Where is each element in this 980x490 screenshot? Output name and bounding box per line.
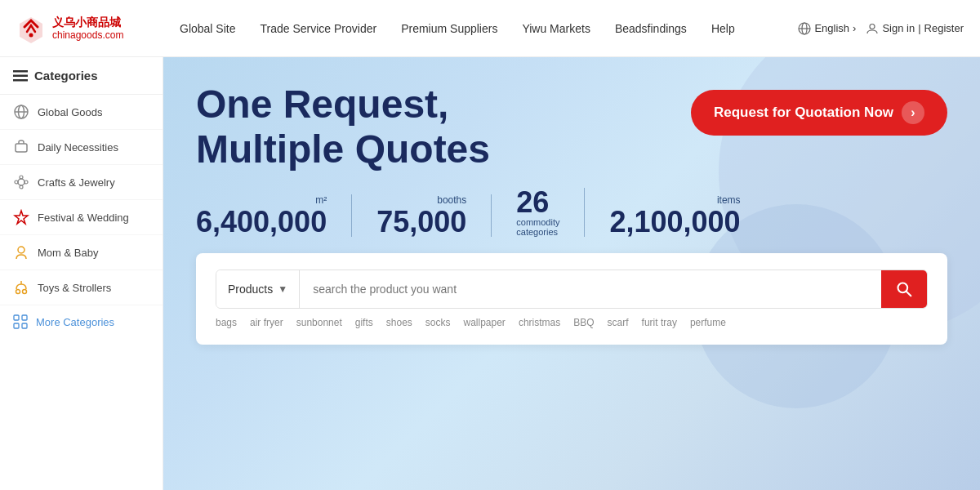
logo-text: 义乌小商品城 chinagoods.com [52,16,123,41]
main-nav: Global Site Trade Service Provider Premi… [180,22,798,35]
tag-sunbonnet[interactable]: sunbonnet [296,317,342,328]
search-icon [896,281,912,297]
stat-unit-items: items [717,194,741,206]
stat-value-categories: 26 [516,188,549,217]
logo-chinese: 义乌小商品城 [52,16,123,29]
hero-section: Request for Quotation Now › One Request,… [163,57,980,490]
crafts-cat-icon [13,174,29,190]
stats-row: m² 6,400,000 booths 75,000 26 commodityc… [196,188,947,237]
sidebar-label-toys-strollers: Toys & Strollers [38,282,111,294]
tag-shoes[interactable]: shoes [386,317,412,328]
sidebar-item-global-goods[interactable]: Global Goods [0,95,163,130]
stat-items: items 2,100,000 [609,194,764,237]
sidebar-label-festival-wedding: Festival & Wedding [38,212,129,224]
stat-area: m² 6,400,000 [196,194,352,237]
sidebar: Categories Global Goods Daily Necessitie… [0,57,163,490]
chevron-down-icon: ▼ [278,283,287,295]
sidebar-item-crafts-jewelry[interactable]: Crafts & Jewelry [0,165,163,200]
svg-rect-6 [13,70,28,73]
svg-point-21 [23,290,27,294]
rfq-button-label: Request for Quotation Now [714,105,893,121]
tag-bbq[interactable]: BBQ [573,317,594,328]
search-type-selector[interactable]: Products ▼ [216,270,300,308]
tag-perfume[interactable]: perfume [690,317,726,328]
language-label: English [814,22,849,34]
register-link[interactable]: Register [924,22,964,34]
menu-icon [13,70,28,82]
divider: | [918,22,920,34]
svg-rect-24 [22,315,27,320]
logo-icon [16,14,46,43]
sidebar-title: Categories [0,57,163,95]
sidebar-item-festival-wedding[interactable]: Festival & Wedding [0,200,163,235]
tag-wallpaper[interactable]: wallpaper [464,317,506,328]
main-content: Categories Global Goods Daily Necessitie… [0,57,980,490]
svg-rect-7 [13,74,28,77]
nav-trade-service[interactable]: Trade Service Provider [260,22,376,35]
svg-rect-25 [14,323,19,328]
sidebar-item-mom-baby[interactable]: Mom & Baby [0,235,163,270]
tag-furit-tray[interactable]: furit tray [642,317,677,328]
rfq-button[interactable]: Request for Quotation Now › [691,90,947,136]
svg-rect-23 [14,315,19,320]
svg-point-20 [16,290,20,294]
stat-value-items: 2,100,000 [609,207,740,237]
stat-unit-area: m² [315,194,327,206]
rfq-arrow-icon: › [902,101,924,124]
svg-line-28 [906,292,911,296]
sidebar-item-toys-strollers[interactable]: Toys & Strollers [0,270,163,305]
language-selector[interactable]: English › [798,22,856,35]
tag-bags[interactable]: bags [216,317,237,328]
logo-domain: chinagoods.com [52,29,123,41]
festival-cat-icon [13,209,29,225]
stat-value-booths: 75,000 [376,207,466,237]
logo[interactable]: 义乌小商品城 chinagoods.com [16,14,155,43]
tag-gifts[interactable]: gifts [355,317,373,328]
search-type-label: Products [228,283,273,296]
nav-yiwu-markets[interactable]: Yiwu Markets [522,22,590,35]
svg-point-13 [18,179,24,185]
globe-cat-icon [13,104,29,120]
user-icon [866,22,879,35]
sidebar-label-global-goods: Global Goods [38,106,103,118]
svg-point-1 [29,33,33,37]
daily-cat-icon [13,139,29,155]
nav-help[interactable]: Help [711,22,735,35]
sidebar-label-mom-baby: Mom & Baby [38,247,98,259]
svg-point-19 [18,247,24,253]
sign-in-area: Sign in | Register [866,22,964,35]
chevron-down-icon: › [853,22,856,34]
sidebar-label-crafts-jewelry: Crafts & Jewelry [38,176,115,189]
svg-rect-26 [22,323,27,328]
tag-air-fryer[interactable]: air fryer [250,317,283,328]
stat-unit-booths: booths [437,194,466,206]
sidebar-item-daily-necessities[interactable]: Daily Necessities [0,130,163,165]
header-right: English › Sign in | Register [798,22,964,35]
stat-label-categories: commoditycategories [516,217,559,237]
search-input[interactable] [300,270,881,308]
more-categories[interactable]: More Categories [0,305,163,338]
tag-socks[interactable]: socks [425,317,451,328]
nav-premium-suppliers[interactable]: Premium Suppliers [401,22,497,35]
tag-scarf[interactable]: scarf [608,317,629,328]
stat-booths: booths 75,000 [376,194,492,237]
nav-global-site[interactable]: Global Site [180,22,235,35]
sidebar-label-daily-necessities: Daily Necessities [38,141,118,154]
search-button[interactable] [881,270,927,308]
search-box: Products ▼ bags air fryer sunbonnet gift… [196,253,947,345]
svg-rect-8 [13,79,28,82]
tag-christmas[interactable]: christmas [519,317,560,328]
header: 义乌小商品城 chinagoods.com Global Site Trade … [0,0,980,57]
search-tags: bags air fryer sunbonnet gifts shoes soc… [216,317,928,328]
search-row: Products ▼ [216,270,928,309]
more-categories-label: More Categories [36,316,114,328]
sign-in-link[interactable]: Sign in [882,22,915,34]
baby-cat-icon [13,244,29,261]
toys-cat-icon [13,279,29,296]
svg-point-5 [870,24,875,29]
svg-rect-12 [16,144,27,152]
grid-icon [13,314,28,329]
svg-marker-18 [15,211,28,224]
stat-value-area: 6,400,000 [196,207,327,237]
nav-beadsfindings[interactable]: Beadsfindings [615,22,687,35]
